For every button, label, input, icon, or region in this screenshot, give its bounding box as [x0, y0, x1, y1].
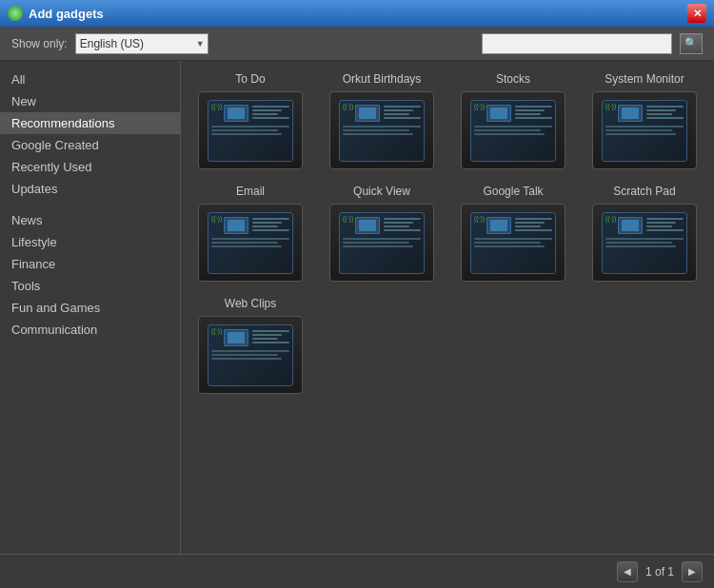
sidebar-item-finance[interactable]: Finance — [0, 253, 180, 275]
gadget-name-email: Email — [236, 185, 265, 198]
language-select[interactable]: English (US) All Languages — [75, 33, 208, 54]
gadget-thumb-stocks[interactable]: ((·)) — [461, 91, 565, 169]
titlebar: Add gadgets ✕ — [0, 0, 714, 27]
gadget-thumb-to-do[interactable]: ((·)) — [198, 91, 303, 169]
sidebar-item-communication[interactable]: Communication — [0, 319, 180, 341]
gadget-name-quick-view: Quick View — [353, 185, 410, 198]
gadget-item-quick-view: Quick View ((·)) — [324, 185, 440, 282]
gadget-name-stocks: Stocks — [496, 72, 530, 86]
gadget-item-scratch-pad: Scratch Pad ((·)) — [586, 185, 703, 282]
sidebar-item-all[interactable]: All — [0, 69, 180, 90]
gadget-thumb-quick-view[interactable]: ((·)) — [329, 204, 434, 282]
sidebar: AllNewRecommendationsGoogle CreatedRecen… — [0, 61, 181, 554]
gadget-thumb-email[interactable]: ((·)) — [198, 204, 303, 282]
footer: ◀ 1 of 1 ▶ — [0, 554, 714, 588]
sidebar-item-tools[interactable]: Tools — [0, 275, 180, 297]
gadget-thumb-web-clips[interactable]: ((·)) — [198, 316, 303, 394]
app-icon — [8, 6, 23, 21]
gadget-name-scratch-pad: Scratch Pad — [613, 185, 675, 198]
search-input[interactable] — [482, 33, 672, 54]
gadget-item-google-talk: Google Talk ((·)) — [455, 185, 571, 282]
gadget-thumb-system-monitor[interactable]: ((·)) — [592, 91, 697, 169]
sidebar-item-recently-used[interactable]: Recently Used — [0, 156, 180, 178]
gadget-name-google-talk: Google Talk — [483, 185, 543, 198]
gadget-item-to-do: To Do ((·)) — [192, 72, 308, 169]
sidebar-item-fun-and-games[interactable]: Fun and Games — [0, 297, 180, 319]
gadget-item-system-monitor: System Monitor ((·)) — [586, 72, 703, 169]
sidebar-item-lifestyle[interactable]: Lifestyle — [0, 231, 180, 253]
prev-page-button[interactable]: ◀ — [617, 561, 638, 582]
gadget-name-to-do: To Do — [235, 72, 265, 86]
gadget-name-orkut-birthdays: Orkut Birthdays — [343, 72, 422, 86]
gadget-item-stocks: Stocks ((·)) — [455, 72, 571, 169]
main-area: AllNewRecommendationsGoogle CreatedRecen… — [0, 61, 714, 554]
next-page-button[interactable]: ▶ — [682, 561, 703, 582]
gadget-thumb-google-talk[interactable]: ((·)) — [461, 204, 565, 282]
language-select-wrapper[interactable]: English (US) All Languages — [75, 33, 208, 54]
show-only-label: Show only: — [11, 37, 68, 50]
gadgets-grid: To Do ((·)) Orkut Birthdays ((·)) — [192, 72, 703, 394]
page-indicator: 1 of 1 — [645, 565, 674, 578]
gadget-item-orkut-birthdays: Orkut Birthdays ((·)) — [324, 72, 440, 169]
toolbar: Show only: English (US) All Languages 🔍 — [0, 27, 714, 61]
content-area: To Do ((·)) Orkut Birthdays ((·)) — [181, 61, 714, 554]
sidebar-item-new[interactable]: New — [0, 90, 180, 112]
titlebar-title: Add gadgets — [29, 7, 104, 21]
search-button[interactable]: 🔍 — [680, 33, 703, 54]
close-button[interactable]: ✕ — [687, 4, 706, 23]
search-icon: 🔍 — [684, 37, 698, 49]
gadget-thumb-orkut-birthdays[interactable]: ((·)) — [329, 91, 434, 169]
sidebar-item-news[interactable]: News — [0, 209, 180, 231]
gadget-thumb-scratch-pad[interactable]: ((·)) — [592, 204, 697, 282]
gadget-name-system-monitor: System Monitor — [605, 72, 684, 86]
sidebar-item-updates[interactable]: Updates — [0, 178, 180, 200]
gadget-item-email: Email ((·)) — [192, 185, 308, 282]
gadget-item-web-clips: Web Clips ((·)) — [192, 297, 308, 394]
gadget-name-web-clips: Web Clips — [225, 297, 276, 310]
sidebar-item-recommendations[interactable]: Recommendations — [0, 112, 180, 134]
sidebar-item-google-created[interactable]: Google Created — [0, 134, 180, 156]
